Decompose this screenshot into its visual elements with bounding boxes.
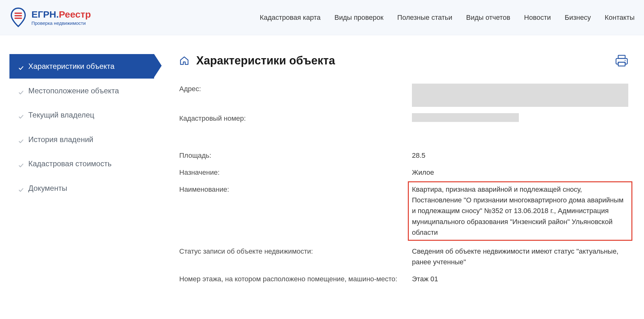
nav-cadastral-map[interactable]: Кадастровая карта bbox=[260, 14, 321, 22]
check-icon bbox=[18, 161, 24, 166]
field-area: Площадь: 28.5 bbox=[179, 150, 628, 161]
field-cadastral-number: Кадастровый номер: bbox=[179, 113, 628, 124]
sidebar-item-label: Документы bbox=[28, 183, 67, 194]
field-label: Кадастровый номер: bbox=[179, 113, 412, 124]
field-value: Сведения об объекте недвижимости имеют с… bbox=[412, 246, 628, 267]
field-address: Адрес: bbox=[179, 84, 628, 107]
logo-title: ЕГРН.Реестр bbox=[31, 9, 91, 20]
field-value: Этаж 01 bbox=[412, 274, 628, 284]
logo[interactable]: ЕГРН.Реестр Проверка недвижимости bbox=[9, 7, 91, 28]
sidebar-item-label: История владений bbox=[28, 134, 93, 145]
sidebar-item-cadastral-value[interactable]: Кадастровая стоимость bbox=[9, 151, 154, 176]
svg-rect-4 bbox=[618, 62, 625, 66]
print-icon[interactable] bbox=[615, 54, 628, 67]
field-value: Жилое bbox=[412, 167, 628, 178]
nav-business[interactable]: Бизнесу bbox=[565, 14, 591, 22]
field-label: Номер этажа, на котором расположено поме… bbox=[179, 274, 412, 284]
field-status: Статус записи об объекте недвижимости: С… bbox=[179, 246, 628, 267]
nav-report-types[interactable]: Виды отчетов bbox=[466, 14, 510, 22]
nav-contacts[interactable]: Контакты bbox=[605, 14, 635, 22]
field-value-redacted bbox=[412, 84, 628, 107]
check-icon bbox=[18, 88, 24, 93]
field-value: 28.5 bbox=[412, 150, 628, 161]
nav-news[interactable]: Новости bbox=[524, 14, 551, 22]
nav-articles[interactable]: Полезные статьи bbox=[397, 14, 452, 22]
header: ЕГРН.Реестр Проверка недвижимости Кадаст… bbox=[0, 0, 644, 35]
check-icon bbox=[18, 136, 24, 142]
field-label: Площадь: bbox=[179, 150, 412, 161]
sidebar-item-documents[interactable]: Документы bbox=[9, 176, 154, 201]
house-icon bbox=[179, 56, 189, 66]
check-icon bbox=[18, 63, 24, 69]
field-purpose: Назначение: Жилое bbox=[179, 167, 628, 178]
sidebar-item-ownership-history[interactable]: История владений bbox=[9, 127, 154, 152]
field-value-redacted bbox=[412, 113, 628, 122]
field-name: Наименование: Квартира, признана аварийн… bbox=[179, 184, 628, 238]
field-floor: Номер этажа, на котором расположено поме… bbox=[179, 274, 628, 284]
logo-pin-icon bbox=[9, 7, 27, 28]
sidebar-item-label: Характеристики объекта bbox=[28, 61, 114, 72]
svg-point-5 bbox=[625, 60, 626, 61]
logo-subtitle: Проверка недвижимости bbox=[31, 20, 91, 26]
sidebar-item-current-owner[interactable]: Текущий владелец bbox=[9, 103, 154, 127]
content: Характеристики объекта Адрес: Кадастровы… bbox=[179, 54, 635, 291]
sidebar-item-label: Кадастровая стоимость bbox=[28, 158, 112, 169]
svg-rect-3 bbox=[618, 55, 625, 58]
field-label: Адрес: bbox=[179, 84, 412, 94]
main-nav: Кадастровая карта Виды проверок Полезные… bbox=[260, 14, 635, 22]
sidebar: Характеристики объекта Местоположение об… bbox=[9, 54, 154, 291]
field-label: Статус записи об объекте недвижимости: bbox=[179, 246, 412, 257]
nav-check-types[interactable]: Виды проверок bbox=[334, 14, 383, 22]
field-value-highlighted: Квартира, признана аварийной и подлежаще… bbox=[408, 181, 632, 240]
page-title: Характеристики объекта bbox=[196, 54, 608, 67]
field-label: Наименование: bbox=[179, 184, 412, 195]
field-label: Назначение: bbox=[179, 167, 412, 178]
sidebar-item-characteristics[interactable]: Характеристики объекта bbox=[9, 54, 154, 79]
sidebar-item-label: Текущий владелец bbox=[28, 110, 94, 120]
sidebar-item-location[interactable]: Местоположение объекта bbox=[9, 79, 154, 103]
check-icon bbox=[18, 112, 24, 118]
check-icon bbox=[18, 185, 24, 191]
sidebar-item-label: Местоположение объекта bbox=[28, 85, 119, 96]
